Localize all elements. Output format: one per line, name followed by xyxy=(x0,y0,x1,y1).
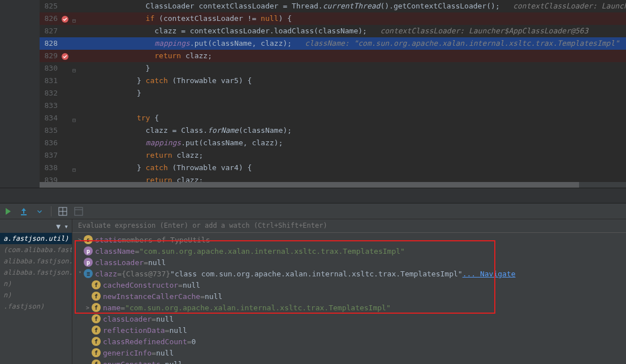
code-text: } catch (Throwable var4) { xyxy=(40,163,252,172)
stack-frame[interactable]: alibaba.fastjson.parse xyxy=(0,255,72,267)
code-text: return clazz; xyxy=(40,151,203,159)
variable-row[interactable]: fcachedConstructor = null xyxy=(72,279,626,291)
var-type-icon: f xyxy=(92,337,101,346)
breakpoint-icon[interactable] xyxy=(61,15,69,23)
variable-row[interactable]: fclassLoader = null xyxy=(72,313,626,324)
code-line[interactable]: 832 } xyxy=(40,87,626,99)
var-type-icon: ≡ xyxy=(84,269,93,278)
code-line[interactable]: 835 clazz = Class.forName(className); xyxy=(40,124,626,137)
code-line[interactable]: 829 return clazz; xyxy=(40,50,626,62)
code-text: clazz = contextClassLoader.loadClass(cla… xyxy=(40,27,588,35)
line-number: 835 xyxy=(40,124,61,137)
variable-row[interactable]: ˅≡clazz = {Class@737} "class com.sun.org… xyxy=(72,268,626,279)
stack-frame[interactable]: alibaba.fastjson.parse xyxy=(0,267,72,278)
line-number: 829 xyxy=(40,50,61,62)
line-number: 827 xyxy=(40,25,61,37)
dropdown-icon[interactable]: ▾ xyxy=(64,222,68,231)
gutter xyxy=(0,0,40,188)
svg-rect-5 xyxy=(75,207,83,215)
filter-icon[interactable]: ▼ xyxy=(56,222,61,231)
line-number: 836 xyxy=(40,137,61,149)
watch-input[interactable]: Evaluate expression (Enter) or add a wat… xyxy=(72,219,626,233)
line-number: 834 xyxy=(40,112,61,124)
scrollbar-thumb[interactable] xyxy=(40,182,579,188)
grid-icon[interactable] xyxy=(58,207,67,216)
var-type-icon: f xyxy=(92,326,101,335)
variable-row[interactable]: fnewInstanceCallerCache = null xyxy=(72,291,626,302)
upload-icon[interactable] xyxy=(19,207,28,216)
code-text: clazz = Class.forName(className); xyxy=(40,126,292,135)
code-text: mappings.put(className, clazz); xyxy=(40,138,283,147)
code-line[interactable]: 837 return clazz; xyxy=(40,149,626,162)
code-editor[interactable]: 825 ClassLoader contextClassLoader = Thr… xyxy=(0,0,626,188)
rerun-icon[interactable] xyxy=(3,207,12,216)
line-number: 833 xyxy=(40,99,61,112)
variable-row[interactable]: pclassName = "com.sun.org.apache.xalan.i… xyxy=(72,245,626,257)
breakpoint-icon[interactable] xyxy=(61,52,69,60)
code-text: if (contextClassLoader != null) { xyxy=(40,14,292,23)
code-text: } catch (Throwable var5) { xyxy=(40,76,252,85)
code-line[interactable]: 836 mappings.put(className, clazz); xyxy=(40,137,626,149)
toolbar-separator xyxy=(51,206,51,216)
variable-row[interactable]: >sstatic members of TypeUtils xyxy=(72,234,626,245)
code-line[interactable]: 830⊟ } xyxy=(40,62,626,75)
variables-panel: Evaluate expression (Enter) or add a wat… xyxy=(72,219,626,364)
code-text: mappings.put(className, clazz); classNam… xyxy=(40,39,619,47)
variable-row[interactable]: fclassRedefinedCount = 0 xyxy=(72,336,626,347)
code-line[interactable]: 827 clazz = contextClassLoader.loadClass… xyxy=(40,25,626,37)
line-number: 838 xyxy=(40,162,61,174)
variable-row[interactable]: >fname = "com.sun.org.apache.xalan.inter… xyxy=(72,302,626,313)
var-type-icon: f xyxy=(92,348,101,357)
var-type-icon: f xyxy=(92,314,101,323)
line-number: 837 xyxy=(40,149,61,162)
var-type-icon: f xyxy=(92,359,101,364)
code-line[interactable]: 833 xyxy=(40,99,626,112)
line-number: 830 xyxy=(40,62,61,75)
stack-frame[interactable]: a.fastjson.util) xyxy=(0,233,72,244)
code-line[interactable]: 838⊟ } catch (Throwable var4) { xyxy=(40,162,626,174)
var-type-icon: f xyxy=(92,280,101,289)
line-number: 831 xyxy=(40,75,61,87)
code-line[interactable]: 831 } catch (Throwable var5) { xyxy=(40,75,626,87)
horizontal-scrollbar[interactable] xyxy=(40,182,626,188)
var-type-icon: p xyxy=(84,258,93,267)
code-line[interactable]: 828 mappings.put(className, clazz); clas… xyxy=(40,37,626,50)
stack-frame[interactable]: n) xyxy=(0,278,72,289)
variable-row[interactable]: freflectionData = null xyxy=(72,324,626,336)
code-line[interactable]: 834⊟ try { xyxy=(40,112,626,124)
variable-row[interactable]: pclassLoader = null xyxy=(72,257,626,268)
frames-panel: ▼ ▾ a.fastjson.util)(com.alibaba.fastjso… xyxy=(0,219,72,364)
code-line[interactable]: 826⊟ if (contextClassLoader != null) { xyxy=(40,12,626,25)
stack-frame[interactable]: (com.alibaba.fastjson xyxy=(0,244,72,255)
var-type-icon: p xyxy=(84,246,93,255)
variable-row[interactable]: fgenericInfo = null xyxy=(72,347,626,358)
debug-toolbar xyxy=(0,203,626,219)
expand-arrow[interactable]: ˅ xyxy=(76,271,84,277)
line-number: 832 xyxy=(40,87,61,99)
line-number: 825 xyxy=(40,0,61,12)
expand-arrow[interactable]: > xyxy=(76,237,84,243)
var-type-icon: s xyxy=(84,235,93,244)
expand-arrow[interactable]: > xyxy=(84,305,92,311)
line-number: 826 xyxy=(40,12,61,25)
code-text: ClassLoader contextClassLoader = Thread.… xyxy=(40,2,626,10)
step-into-icon[interactable] xyxy=(35,207,44,216)
var-type-icon: f xyxy=(92,292,101,301)
line-number: 828 xyxy=(40,37,61,50)
variable-row[interactable]: fenumConstants = null xyxy=(72,358,626,364)
code-line[interactable]: 825 ClassLoader contextClassLoader = Thr… xyxy=(40,0,626,12)
layout-icon[interactable] xyxy=(74,207,83,216)
var-type-icon: f xyxy=(92,303,101,312)
stack-frame[interactable]: .fastjson) xyxy=(0,301,72,312)
panel-splitter[interactable] xyxy=(0,188,626,203)
stack-frame[interactable]: n) xyxy=(0,289,72,301)
